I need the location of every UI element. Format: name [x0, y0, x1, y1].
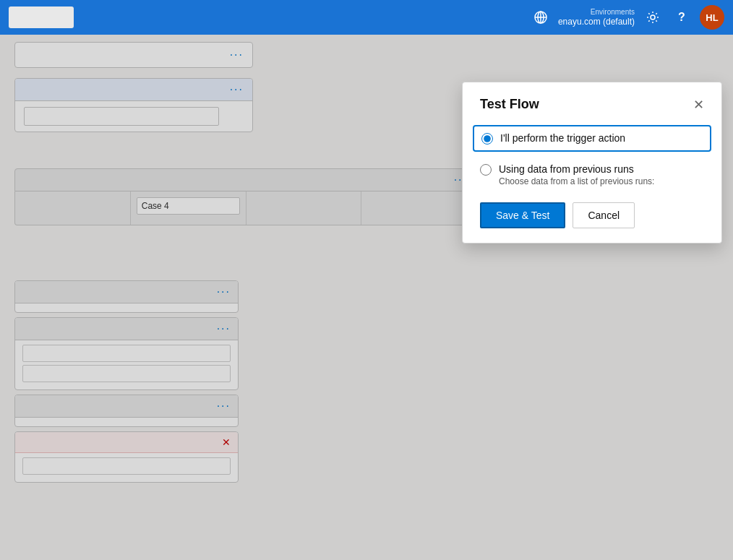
radio-prev-runs-input[interactable]: [480, 164, 492, 176]
modal-title: Test Flow: [480, 97, 539, 112]
radio-prev-runs-sublabel: Choose data from a list of previous runs…: [499, 176, 654, 186]
svg-point-4: [651, 15, 655, 20]
modal-buttons: Save & Test Cancel: [480, 202, 704, 228]
radio-trigger-input[interactable]: [481, 133, 493, 145]
avatar-initials: HL: [706, 12, 718, 23]
save-test-button[interactable]: Save & Test: [480, 202, 565, 228]
env-label: Environments: [591, 7, 635, 17]
topbar-right: Environments enayu.com (default) ? HL: [533, 5, 724, 30]
radio-option-trigger[interactable]: I'll perform the trigger action: [473, 125, 711, 152]
help-icon[interactable]: ?: [671, 7, 693, 28]
settings-icon[interactable]: [642, 7, 664, 28]
cancel-button[interactable]: Cancel: [573, 202, 635, 228]
radio-trigger-label: I'll perform the trigger action: [500, 132, 625, 144]
topbar: Environments enayu.com (default) ? HL: [0, 0, 733, 35]
env-name: enayu.com (default): [558, 17, 635, 28]
radio-prev-runs-label: Using data from previous runs: [499, 163, 654, 175]
environments-icon: [533, 10, 548, 25]
main-area: ··· ··· ··· Cas: [0, 35, 733, 560]
user-avatar[interactable]: HL: [700, 5, 724, 30]
radio-option-previous-runs[interactable]: Using data from previous runs Choose dat…: [480, 162, 704, 188]
modal-close-button[interactable]: ✕: [693, 98, 704, 111]
radio-prev-runs-content: Using data from previous runs Choose dat…: [499, 163, 654, 186]
env-info: Environments enayu.com (default): [558, 7, 635, 28]
topbar-left: [9, 7, 74, 28]
modal-title-row: Test Flow ✕: [480, 97, 704, 112]
test-flow-modal: Test Flow ✕ I'll perform the trigger act…: [462, 82, 722, 244]
app-logo: [9, 7, 74, 28]
